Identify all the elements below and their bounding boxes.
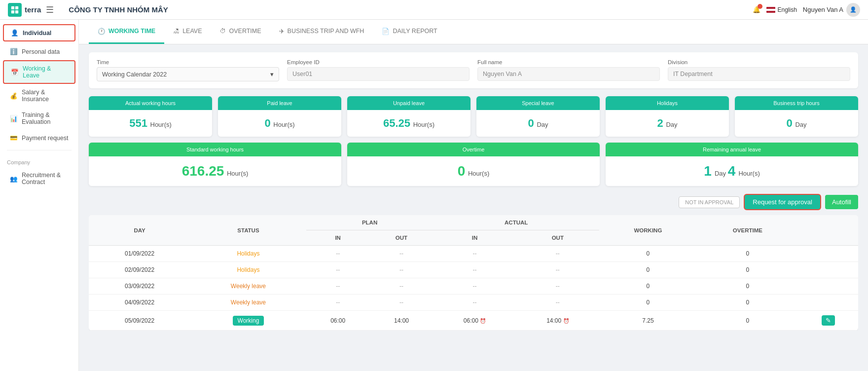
full-name-value: Nguyen Van A [483,71,522,77]
stat-special-leave-value: 0 [528,117,534,129]
table-row: 02/09/2022 Holidays -- -- -- -- 0 0 [89,262,858,278]
stat-business-trip-header: Business trip hours [735,96,858,110]
cell-working: 0 [599,278,697,295]
status-badge: Weekly leave [231,299,266,306]
cell-status: Holidays [190,262,306,278]
sidebar-item-salary[interactable]: 💰 Salary & Insurance [3,85,75,107]
stat-remaining-leave: Remaining annual leave 1 Day 4 Hour(s) [606,143,858,186]
stat-special-leave-header: Special leave [476,96,600,110]
sidebar-label-personal: Personal data [22,48,60,55]
status-badge: Holidays [237,266,259,273]
stat-standard-working-body: 616.25 Hour(s) [89,156,341,186]
cell-action [798,262,858,278]
sidebar: 👤 Individual ℹ️ Personal data 📅 Working … [0,20,79,371]
cell-plan-out: -- [370,295,434,311]
logo-text: terra [25,5,41,14]
sidebar-item-individual[interactable]: 👤 Individual [3,24,75,41]
stat-overtime-header: Overtime [347,143,600,156]
sidebar-divider [7,150,72,150]
stat-holidays-value: 2 [657,117,663,129]
sidebar-item-payment[interactable]: 💳 Payment request [3,130,75,146]
language-label: English [777,6,796,13]
hamburger-icon[interactable]: ☰ [46,4,54,15]
cell-actual-out: -- [516,278,599,295]
cell-plan-in: -- [306,278,370,295]
info-icon: ℹ️ [10,48,18,55]
cell-actual-in: -- [433,246,516,262]
stat-actual-working-value: 551 [129,117,147,129]
stat-business-trip-value: 0 [787,117,793,129]
cell-overtime: 0 [697,246,798,262]
stat-unpaid-leave-body: 65.25 Hour(s) [347,110,470,137]
remaining-day-big: 1 [704,163,712,179]
stat-overtime-body: 0 Hour(s) [347,156,600,186]
filter-time: Time Working Calendar 2022 ▾ [97,59,279,81]
sidebar-item-working-leave[interactable]: 📅 Working & Leave [3,60,75,84]
sidebar-item-training[interactable]: 📊 Training & Evaluation [3,108,75,129]
notification-bell[interactable]: 🔔 [753,6,760,13]
individual-label: Individual [23,30,51,37]
stat-actual-working-body: 551 Hour(s) [89,110,212,137]
cell-actual-in: -- [433,262,516,278]
logo-icon [8,3,22,17]
remaining-hour-big: 4 [728,163,736,179]
stat-overtime-unit: Hour(s) [468,170,489,177]
content-area: 🕐 WORKING TIME 🏖 LEAVE ⏱ OVERTIME ✈ BUSI… [79,20,868,371]
autofill-button[interactable]: Autofill [825,195,858,209]
cell-plan-in: -- [306,246,370,262]
cell-working: 0 [599,295,697,311]
sidebar-label-recruitment: Recruitment & Contract [22,172,69,186]
remaining-day-value: 1 [704,166,715,178]
cell-actual-in: 06:00 ⏰ [433,311,516,331]
stat-business-trip-body: 0 Day [735,110,858,137]
stat-business-trip-unit: Day [795,121,806,128]
time-dropdown[interactable]: Working Calendar 2022 ▾ [97,67,279,81]
stat-business-trip: Business trip hours 0 Day [735,96,858,137]
request-approval-button[interactable]: Request for approval [744,194,821,210]
cell-plan-out: -- [370,262,434,278]
tab-business-trip[interactable]: ✈ BUSINESS TRIP AND WFH [270,20,373,44]
filter-employee-id: Employee ID User01 [287,59,470,81]
tab-daily-report-label: DAILY REPORT [393,28,437,35]
stat-holidays-unit: Day [666,121,677,128]
tabs-bar: 🕐 WORKING TIME 🏖 LEAVE ⏱ OVERTIME ✈ BUSI… [79,20,868,44]
cell-action [798,295,858,311]
tab-leave[interactable]: 🏖 LEAVE [164,20,211,44]
cell-actual-in: -- [433,278,516,295]
bell-badge [758,4,762,9]
tab-working-time-label: WORKING TIME [108,28,155,35]
stat-remaining-leave-header: Remaining annual leave [606,143,858,156]
cell-status: Working [190,311,306,331]
overtime-icon: ⏱ [220,28,226,35]
filter-full-name: Full name Nguyen Van A [477,59,660,81]
stat-paid-leave-header: Paid leave [218,96,341,110]
division-field: IT Department [668,67,850,81]
tab-working-time[interactable]: 🕐 WORKING TIME [89,20,164,44]
sidebar-label-payment: Payment request [22,135,69,142]
employee-id-label: Employee ID [287,59,470,65]
cell-overtime: 0 [697,262,798,278]
sidebar-item-personal-data[interactable]: ℹ️ Personal data [3,44,75,59]
table-wrapper: DAY STATUS PLAN ACTUAL WORKING OVERTIME … [89,215,858,331]
cell-overtime: 0 [697,295,798,311]
stat-remaining-leave-body: 1 Day 4 Hour(s) [606,156,858,186]
user-info[interactable]: Nguyen Van A 👤 [803,3,860,17]
payment-icon: 💳 [10,134,18,142]
svg-rect-1 [15,6,18,9]
remaining-hour-label: Hour(s) [738,170,760,177]
tab-overtime[interactable]: ⏱ OVERTIME [211,20,270,44]
stat-unpaid-leave-unit: Hour(s) [413,121,434,128]
not-approval-button[interactable]: NOT IN APPROVAL [679,196,740,208]
table-row: 01/09/2022 Holidays -- -- -- -- 0 0 [89,246,858,262]
cell-plan-out: -- [370,246,434,262]
tab-daily-report[interactable]: 📄 DAILY REPORT [373,20,446,44]
avatar: 👤 [846,3,860,17]
cell-status: Weekly leave [190,278,306,295]
people-icon: 👥 [10,175,18,183]
sidebar-item-recruitment[interactable]: 👥 Recruitment & Contract [3,168,75,189]
language-selector[interactable]: English [766,6,796,13]
cell-day: 02/09/2022 [89,262,190,278]
full-name-label: Full name [477,59,660,65]
cell-plan-in: 06:00 [306,311,370,331]
edit-row-button[interactable]: ✎ [822,315,835,326]
